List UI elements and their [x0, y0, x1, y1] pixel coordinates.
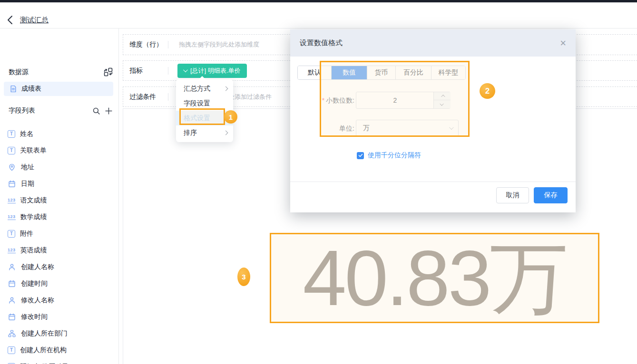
field-item-label: 地址: [21, 163, 34, 172]
sidebar: 数据源 成绩表 字段列表 T姓名 T关联表单 地址 日期 123语文成绩 123…: [0, 29, 119, 364]
field-item[interactable]: 创建时间: [0, 275, 118, 292]
field-item[interactable]: T附件: [0, 225, 118, 242]
number-field-icon: 123: [8, 248, 16, 253]
org-icon: [8, 329, 16, 338]
app-window: 测试汇总 数据源 成绩表 字段列表 T姓名 T关联表单 地址 日期 123语文成…: [0, 0, 637, 364]
annotation-badge-2: 2: [480, 83, 495, 99]
field-item[interactable]: 地址: [0, 159, 118, 175]
document-icon: [10, 85, 17, 93]
field-item-label: 创建人名称: [21, 263, 54, 271]
menu-item-aggregate[interactable]: 汇总方式: [176, 81, 233, 96]
field-item-label: 创建人所在机构: [20, 346, 67, 354]
menu-item-label: 排序: [184, 129, 197, 137]
field-item-label: 创建人所在部门: [21, 329, 68, 338]
field-item-label: 姓名: [20, 130, 33, 138]
field-item[interactable]: 123语文成绩: [0, 192, 118, 209]
annotation-box-step3: [270, 233, 599, 323]
field-item-label: 语文成绩: [20, 196, 47, 205]
field-item-label: 修改时间: [21, 313, 48, 321]
filter-row-label: 过滤条件: [129, 93, 168, 101]
back-chevron-icon: [6, 15, 16, 25]
dialog-header: 设置数值格式 ×: [290, 29, 576, 57]
field-item[interactable]: 创建人所在部门: [0, 325, 118, 342]
back-button[interactable]: [6, 15, 16, 25]
page-header: 测试汇总: [0, 2, 637, 29]
thousand-separator-label: 使用千分位分隔符: [368, 151, 421, 160]
field-item[interactable]: 123英语成绩: [0, 242, 118, 259]
field-item[interactable]: T创建人所在机构: [0, 342, 118, 358]
field-item[interactable]: 日期: [0, 175, 118, 192]
datasource-item[interactable]: 成绩表: [4, 82, 113, 96]
text-field-icon: T: [8, 346, 15, 354]
field-item[interactable]: 创建人名称: [0, 259, 118, 275]
field-item[interactable]: T姓名: [0, 125, 118, 142]
field-item[interactable]: T关联表单: [0, 142, 118, 159]
field-item[interactable]: 修改人名称: [0, 292, 118, 308]
checkbox-checked[interactable]: [357, 152, 364, 159]
close-icon[interactable]: ×: [560, 38, 566, 48]
calendar-icon: [8, 279, 16, 288]
field-item[interactable]: 123数学成绩: [0, 209, 118, 225]
text-field-icon: T: [8, 230, 15, 238]
save-button[interactable]: 保存: [534, 187, 568, 203]
dimension-placeholder: 拖拽左侧字段到此处添加维度: [179, 40, 259, 49]
field-item-label: 英语成绩: [20, 246, 47, 255]
annotation-badge-3: 3: [237, 268, 250, 286]
thousand-separator-option[interactable]: 使用千分位分隔符: [357, 151, 421, 160]
dialog-footer: 取消 保存: [290, 182, 576, 212]
location-icon: [8, 163, 16, 172]
dimension-row-label: 维度（行）: [129, 40, 168, 49]
field-item-label: 明细表.购买科目: [20, 363, 69, 364]
divider: [168, 41, 168, 48]
menu-item-label: 字段设置: [184, 99, 210, 108]
calendar-icon: [8, 180, 16, 188]
switch-datasource-icon[interactable]: [104, 67, 113, 77]
annotation-badge-1: 1: [224, 110, 237, 124]
text-field-icon: T: [8, 147, 15, 154]
field-item-label: 附件: [20, 230, 33, 238]
field-item-label: 创建时间: [21, 279, 48, 288]
cancel-button[interactable]: 取消: [496, 187, 529, 203]
datasource-item-label: 成绩表: [21, 85, 41, 93]
annotation-box-step2: [320, 61, 470, 137]
chevron-right-icon: [224, 86, 228, 91]
page-title-link[interactable]: 测试汇总: [20, 16, 49, 25]
chevron-right-icon: [224, 131, 228, 135]
field-item[interactable]: T明细表.购买科目: [0, 358, 118, 364]
annotation-box-step1: [179, 108, 225, 125]
check-icon: [358, 153, 363, 158]
divider: [168, 67, 168, 75]
person-icon: [8, 263, 16, 271]
field-item-label: 数学成绩: [20, 213, 47, 221]
search-icon[interactable]: [92, 107, 100, 115]
text-field-icon: T: [8, 130, 15, 138]
field-list-section-label: 字段列表: [9, 106, 35, 115]
field-item-label: 关联表单: [20, 146, 47, 155]
field-item[interactable]: 修改时间: [0, 308, 118, 325]
person-icon: [8, 296, 16, 305]
metric-tag[interactable]: [总计] 明细表.单价: [177, 64, 247, 78]
field-item-label: 日期: [21, 180, 34, 188]
calendar-icon: [8, 313, 16, 321]
metric-tag-label: [总计] 明细表.单价: [190, 67, 240, 75]
datasource-section-label: 数据源: [9, 68, 29, 77]
dialog-title: 设置数值格式: [300, 38, 343, 48]
menu-item-label: 汇总方式: [184, 85, 210, 93]
field-item-label: 修改人名称: [21, 296, 54, 305]
add-field-icon[interactable]: [105, 107, 113, 115]
metric-row-label: 指标: [129, 67, 168, 75]
divider: [168, 93, 168, 101]
field-list: T姓名 T关联表单 地址 日期 123语文成绩 123数学成绩 T附件 123英…: [0, 125, 118, 364]
menu-item-sort[interactable]: 排序: [176, 125, 233, 140]
number-field-icon: 123: [8, 198, 16, 203]
chevron-down-icon: [183, 67, 188, 72]
number-field-icon: 123: [8, 214, 16, 220]
